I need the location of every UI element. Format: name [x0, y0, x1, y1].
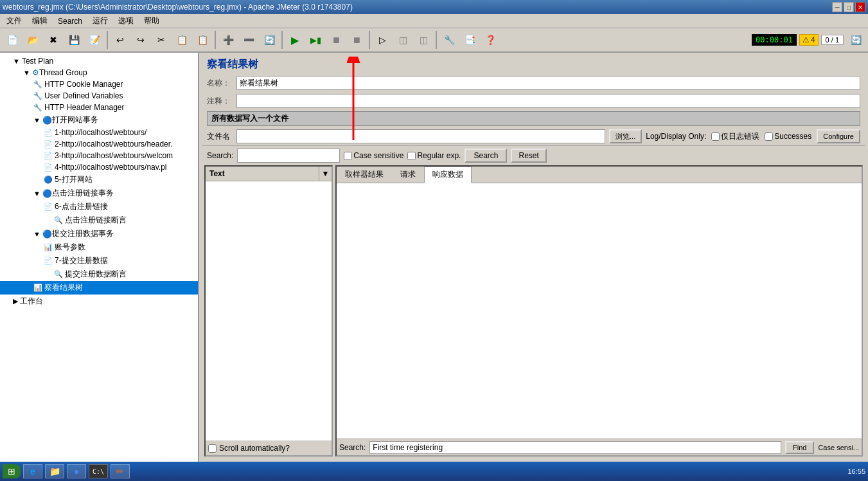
tree-item-thread-group[interactable]: ▼ ⚙ Thread Group	[0, 67, 198, 78]
taskbar-chrome[interactable]: ●	[67, 464, 86, 478]
req1-icon: 📄	[44, 129, 53, 137]
menu-run[interactable]: 运行	[87, 14, 113, 28]
taskbar-ie[interactable]: e	[23, 464, 42, 478]
open-button[interactable]: 📂	[23, 30, 42, 50]
clear-button[interactable]: 🔄	[260, 30, 279, 50]
case-sensitive-checkbox[interactable]	[344, 152, 352, 160]
regular-exp-text: Regular exp.	[417, 151, 461, 160]
shutdown-button[interactable]: ⏹	[347, 30, 366, 50]
save-button[interactable]: 💾	[64, 30, 84, 50]
stop-button[interactable]: ⏹	[326, 30, 346, 50]
run-no-pause-button[interactable]: ▶▮	[306, 30, 325, 50]
req6-icon: 📄	[44, 203, 53, 211]
taskbar-cmd[interactable]: C:\	[89, 464, 108, 478]
bottom-search-input[interactable]	[369, 441, 781, 454]
tree-item-label: 3-http://localhost/webtours/welcom	[55, 151, 173, 160]
successes-checkbox[interactable]	[765, 132, 773, 141]
find-button[interactable]: Find	[785, 441, 814, 454]
tree-item-workbench[interactable]: ▶ 工作台	[0, 295, 198, 308]
tree-item-assert6[interactable]: 🔍 点击注册链接断言	[0, 213, 198, 227]
tree-item-req3[interactable]: 📄 3-http://localhost/webtours/welcom	[0, 150, 198, 161]
tree-item-test-plan[interactable]: ▼ Test Plan	[0, 55, 198, 67]
taskbar-folder[interactable]: 📁	[45, 464, 64, 478]
function-helper-button[interactable]: 🔧	[439, 30, 459, 50]
search-input[interactable]	[237, 149, 340, 163]
cut-button[interactable]: ✂	[152, 30, 171, 50]
tree-item-submit-group[interactable]: ▼ 🔵 提交注册数据事务	[0, 227, 198, 240]
comment-row: 注释：	[202, 92, 865, 110]
scroll-auto-checkbox[interactable]	[208, 444, 217, 453]
section-title: 所有数据写入一个文件	[207, 111, 860, 126]
new-button[interactable]: 📄	[3, 30, 22, 50]
assert7-icon: 🔍	[54, 270, 63, 278]
refresh-button[interactable]: 🔄	[846, 30, 865, 50]
remote-start-button[interactable]: ▷	[373, 30, 392, 50]
menu-file[interactable]: 文件	[1, 14, 27, 28]
tab-sampler-result[interactable]: 取样器结果	[337, 167, 392, 183]
assert6-icon: 🔍	[54, 216, 63, 224]
tree-item-params[interactable]: 📊 账号参数	[0, 240, 198, 254]
tab-response-data[interactable]: 响应数据	[424, 167, 472, 183]
minimize-button[interactable]: ─	[832, 2, 842, 12]
configure-button[interactable]: Configure	[817, 129, 860, 143]
separator4	[369, 31, 370, 49]
tree-item-user-vars[interactable]: 🔧 User Defined Variables	[0, 90, 198, 102]
tree-item-open-site5[interactable]: 🔵 5-打开网站	[0, 173, 198, 186]
title-bar-buttons: ─ □ ✕	[832, 2, 865, 12]
comment-input[interactable]	[236, 94, 860, 108]
save-as-button[interactable]: 📝	[85, 30, 104, 50]
log-error-checkbox-label[interactable]: 仅日志错误	[711, 131, 759, 142]
regular-exp-checkbox[interactable]	[407, 152, 416, 160]
reset-button[interactable]: Reset	[511, 149, 546, 163]
redo-button[interactable]: ↪	[131, 30, 150, 50]
undo-button[interactable]: ↩	[111, 30, 130, 50]
case-sensitive-text: Case sensitive	[353, 151, 403, 160]
regular-exp-label[interactable]: Regular exp.	[407, 151, 461, 160]
run-button[interactable]: ▶	[285, 30, 305, 50]
case-sensitive-label[interactable]: Case sensitive	[344, 151, 403, 160]
warning-badge: ⚠ 4	[799, 34, 819, 46]
menu-help[interactable]: 帮助	[139, 14, 164, 28]
tree-item-register-group[interactable]: ▼ 🔵 点击注册链接事务	[0, 186, 198, 200]
tree-item-assert7[interactable]: 🔍 提交注册数据断言	[0, 268, 198, 281]
close-button[interactable]: ✕	[855, 2, 865, 12]
tab-request[interactable]: 请求	[392, 167, 424, 183]
file-input[interactable]	[236, 129, 605, 143]
successes-checkbox-label[interactable]: Successes	[765, 132, 811, 141]
bottom-search-bar: Search: Find Case sensi...	[337, 439, 862, 455]
menu-options[interactable]: 选项	[113, 14, 139, 28]
start-button[interactable]: ⊞	[3, 464, 21, 478]
tree-item-req1[interactable]: 📄 1-http://localhost/webtours/	[0, 127, 198, 138]
tree-item-req2[interactable]: 📄 2-http://localhost/webtours/header.	[0, 138, 198, 150]
tree-item-label: 6-点击注册链接	[55, 201, 108, 212]
copy-button[interactable]: 📋	[172, 30, 191, 50]
add-button[interactable]: ➕	[218, 30, 238, 50]
maximize-button[interactable]: □	[844, 2, 854, 12]
taskbar-pencil[interactable]: ✏	[111, 464, 130, 478]
template-button[interactable]: 📑	[460, 30, 479, 50]
paste-button[interactable]: 📋	[193, 30, 212, 50]
close-template-button[interactable]: ✖	[44, 30, 63, 50]
tree-item-open-site-group[interactable]: ▼ 🔵 打开网站事务	[0, 113, 198, 127]
log-options: Log/Display Only: 仅日志错误 Successes Config…	[646, 129, 860, 143]
tree-item-result-tree[interactable]: 📊 察看结果树	[0, 281, 198, 295]
menu-search[interactable]: Search	[53, 15, 87, 27]
results-dropdown[interactable]: ▼	[319, 167, 332, 181]
remote-stop-button[interactable]: ◫	[393, 30, 412, 50]
help-button[interactable]: ❓	[481, 30, 500, 50]
tree-item-req4[interactable]: 📄 4-http://localhost/webtours/nav.pl	[0, 161, 198, 173]
comment-label: 注释：	[207, 96, 233, 107]
taskbar-right: 16:55	[847, 467, 865, 475]
remote-stop-all-button[interactable]: ◫	[414, 30, 433, 50]
tree-item-req7[interactable]: 📄 7-提交注册数据	[0, 254, 198, 268]
tree-item-cookie[interactable]: 🔧 HTTP Cookie Manager	[0, 78, 198, 90]
separator2	[215, 31, 216, 49]
tree-item-header[interactable]: 🔧 HTTP Header Manager	[0, 102, 198, 113]
name-input[interactable]	[236, 76, 860, 90]
tree-item-req6[interactable]: 📄 6-点击注册链接	[0, 200, 198, 213]
log-error-checkbox[interactable]	[711, 132, 720, 141]
search-button[interactable]: Search	[465, 149, 507, 163]
menu-edit[interactable]: 编辑	[27, 14, 53, 28]
browse-button[interactable]: 浏览...	[609, 129, 642, 143]
remove-button[interactable]: ➖	[239, 30, 258, 50]
